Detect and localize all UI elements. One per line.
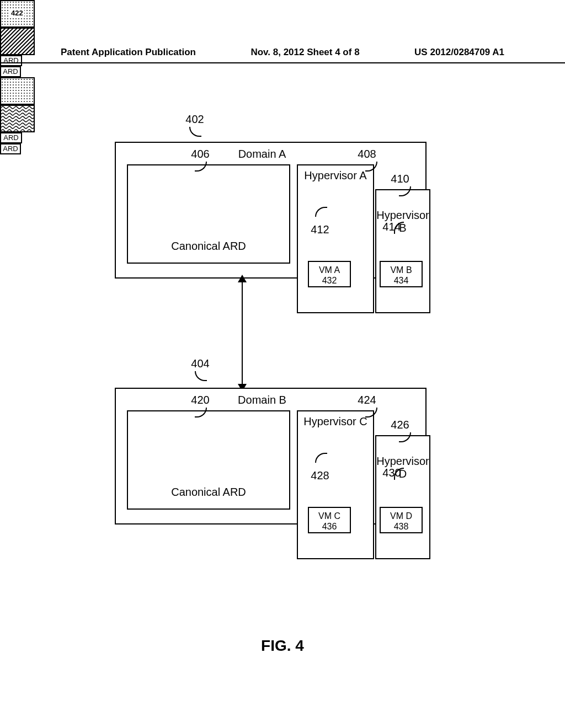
vm-d-name: VM D [390,511,412,521]
hypervisor-a-box [297,164,374,313]
hypervisor-c-box [297,410,374,559]
hypervisor-c-title: Hypervisor C [297,415,374,428]
vm-a-box: VM A432 [308,261,351,287]
pattern-block-422: 422 [0,105,35,132]
vm-d-box: VM D438 [380,507,423,533]
vm-b-name: VM B [390,265,412,275]
ard-d-box: ARD [0,143,21,154]
ref-426: 426 [386,419,414,431]
ard-b-box: ARD [0,66,21,77]
hypervisor-b-box [375,189,430,313]
ref-406: 406 [186,148,214,160]
ref-408: 408 [353,148,381,160]
vm-a-name: VM A [319,265,340,275]
canonical-ard-a-title: Canonical ARD [127,240,290,253]
leadline-icon [189,127,201,137]
vm-c-name: VM C [318,511,340,521]
ref-410: 410 [386,173,414,185]
figure-caption: FIG. 4 [0,637,565,655]
ref-422: 422 [10,9,24,17]
ref-428: 428 [306,469,334,482]
svg-rect-3 [1,78,34,104]
domain-a-title: Domain A [229,148,295,160]
hypervisor-a-title: Hypervisor A [297,169,374,182]
ref-420: 420 [186,394,214,406]
pattern-block-418: 418 [0,28,35,55]
vm-a-ref: 432 [322,276,337,285]
bidirectional-connector [242,279,243,388]
svg-rect-2 [1,29,34,54]
vm-b-ref: 434 [394,276,409,285]
canonical-ard-b-title: Canonical ARD [127,486,290,499]
pattern-block-416b: 416 [0,77,35,105]
leadline-icon [195,371,207,381]
domain-b-title: Domain B [229,394,295,406]
ref-402: 402 [181,113,209,126]
svg-rect-4 [1,106,34,131]
hypervisor-d-box [375,435,430,559]
ref-424: 424 [353,394,381,406]
vm-c-box: VM C436 [308,507,351,533]
ard-c-box: ARD [0,132,22,143]
figure-4-diagram: Domain A 402 Canonical ARD 406 416 418 H… [0,0,565,728]
ard-a-box: ARD [0,55,22,66]
vm-b-box: VM B434 [380,261,423,287]
ref-412: 412 [306,223,334,236]
vm-d-ref: 438 [394,522,409,531]
vm-c-ref: 436 [322,522,337,531]
ref-404: 404 [186,357,214,370]
arrow-up-icon [238,275,247,282]
